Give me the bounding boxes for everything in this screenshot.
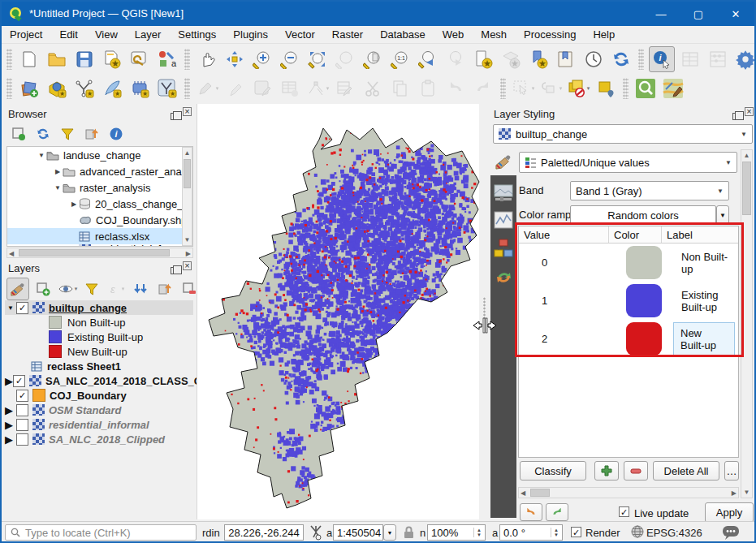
pan-to-selection-icon[interactable] — [222, 47, 247, 71]
layer-checkbox[interactable]: ✓ — [16, 390, 28, 402]
legend-item[interactable]: New Built-up — [5, 344, 193, 359]
show-bookmarks-icon[interactable] — [554, 47, 578, 71]
paste-features-icon[interactable] — [416, 76, 440, 101]
style-manager-icon[interactable]: a — [155, 47, 179, 71]
refresh-icon[interactable] — [609, 47, 633, 71]
layer-checkbox[interactable] — [16, 404, 28, 416]
statistical-summary-icon[interactable] — [706, 47, 730, 71]
identify-features-icon[interactable]: i — [649, 46, 675, 72]
show-layout-manager-icon[interactable] — [127, 47, 152, 71]
layer-item-osm-standard[interactable]: ▶ OSM Standard — [5, 403, 193, 417]
tab-histogram[interactable] — [494, 211, 513, 231]
deselect-features-icon[interactable]: ▾ — [538, 76, 563, 101]
toggle-editing-icon[interactable]: ▾ — [195, 76, 219, 101]
map-canvas[interactable] — [197, 104, 479, 519]
new-3d-map-view-icon[interactable]: ★ — [499, 47, 523, 71]
digitize-icon[interactable] — [222, 76, 247, 101]
filter-legend-icon[interactable] — [81, 278, 102, 300]
col-label[interactable]: Label — [662, 226, 738, 243]
locator-search-input[interactable]: Type to locate (Ctrl+K) — [5, 524, 197, 541]
layer-item-reclass-sheet1[interactable]: reclass Sheet1 — [5, 359, 193, 373]
copy-features-icon[interactable] — [388, 76, 413, 101]
open-attribute-table-icon[interactable] — [678, 47, 702, 71]
new-virtual-layer-icon[interactable]: ★ — [155, 76, 179, 101]
browser-float-icon[interactable] — [171, 113, 178, 120]
menu-edit[interactable]: Edit — [59, 28, 77, 41]
browser-item-coj-boundary[interactable]: COJ_Boundary.shp — [7, 212, 192, 228]
zoom-out-icon[interactable] — [278, 47, 302, 71]
zoom-to-layer-icon[interactable] — [361, 47, 385, 71]
minimize-button[interactable]: — — [642, 2, 680, 26]
layer-item-builtup-change[interactable]: ▼ ✓ builtup_change — [5, 300, 193, 315]
class-color-swatch[interactable] — [626, 246, 662, 279]
tab-symbology[interactable] — [490, 148, 516, 175]
class-row-2[interactable]: 2 New Built-up — [519, 320, 738, 358]
layer-labeling-icon[interactable] — [594, 76, 618, 101]
layer-item-sa-nlc-clipped[interactable]: ▶ SA_NLC_2018_Clipped — [5, 432, 193, 446]
class-row-0[interactable]: 0 Non Built-up — [519, 243, 738, 282]
scale-box[interactable]: 1:450504 — [333, 524, 383, 541]
zoom-to-selection-icon[interactable] — [333, 47, 357, 71]
zoom-native-icon[interactable]: 1:1 — [388, 47, 413, 71]
menu-raster[interactable]: Raster — [332, 28, 363, 41]
temporal-controller-icon[interactable] — [581, 47, 606, 71]
crs-globe-icon[interactable] — [631, 525, 644, 538]
new-print-layout-icon[interactable]: ★ — [100, 47, 124, 71]
redo-icon[interactable] — [471, 76, 495, 101]
add-selected-layers-icon[interactable] — [8, 123, 29, 144]
collapse-all-icon[interactable] — [81, 123, 102, 144]
toolbar-grip[interactable] — [6, 49, 12, 70]
classify-button[interactable]: Classify — [520, 461, 586, 481]
browser-item-residential-informal[interactable]: residential_infor — [7, 244, 192, 247]
menu-settings[interactable]: Settings — [178, 28, 216, 41]
tab-attributes[interactable] — [494, 239, 513, 261]
magnifier-box[interactable]: 100% ▲▼ — [427, 524, 486, 541]
search-plugin-icon[interactable] — [633, 76, 658, 101]
browser-item-advanced-raster[interactable]: ▶ advanced_raster_analy — [7, 163, 192, 179]
legend-item[interactable]: Non Built-up — [5, 315, 193, 330]
add-class-button[interactable] — [594, 461, 619, 481]
save-layer-edits-icon[interactable] — [250, 76, 274, 101]
filter-browser-icon[interactable] — [57, 123, 78, 144]
new-project-icon[interactable] — [17, 47, 41, 71]
style-undo-button[interactable] — [520, 503, 542, 521]
tab-transparency[interactable] — [494, 183, 513, 204]
open-project-icon[interactable] — [45, 47, 69, 71]
styling-float-icon[interactable] — [732, 113, 740, 120]
new-spatial-bookmark-icon[interactable]: ★ — [526, 47, 551, 71]
new-shapefile-layer-icon[interactable]: ★ — [72, 76, 97, 101]
quickosm-plugin-icon[interactable] — [661, 76, 685, 101]
open-layer-styling-icon[interactable] — [6, 278, 29, 300]
lock-icon[interactable] — [403, 525, 415, 539]
close-button[interactable]: ✕ — [717, 2, 754, 26]
selected-label-cell[interactable]: New Built-up — [673, 322, 735, 356]
menu-plugins[interactable]: Plugins — [233, 28, 268, 41]
new-temporary-scratch-layer-icon[interactable]: ★ — [100, 76, 124, 101]
toolbar-grip[interactable] — [638, 49, 644, 70]
menu-mesh[interactable]: Mesh — [481, 28, 507, 41]
layer-checkbox[interactable]: ✓ — [16, 302, 28, 314]
delete-all-button[interactable]: Delete All — [653, 461, 719, 481]
layers-close-icon[interactable]: × — [183, 261, 192, 270]
col-value[interactable]: Value — [519, 226, 609, 243]
maximize-button[interactable]: ▢ — [680, 2, 717, 26]
vertex-tool-icon[interactable]: ▾ — [305, 76, 330, 101]
layer-item-sa-nlc-class[interactable]: ▶ ✓ SA_NLC_2014_2018_CLASS_CH — [5, 373, 193, 388]
menu-project[interactable]: Project — [10, 28, 42, 41]
manage-map-themes-icon[interactable]: ▾ — [57, 278, 78, 300]
styling-layer-selector[interactable]: builtup_change ▼ — [493, 124, 753, 144]
layers-float-icon[interactable] — [171, 267, 178, 274]
style-redo-button[interactable] — [546, 503, 568, 521]
undo-icon[interactable] — [443, 76, 468, 101]
extents-toggle-icon[interactable] — [309, 524, 323, 541]
title-bar[interactable]: *Untitled Project — QGIS [New1] — ▢ ✕ — [2, 2, 754, 26]
color-ramp-dropdown[interactable]: ▼ — [716, 205, 729, 225]
tab-history[interactable] — [495, 268, 512, 288]
menu-processing[interactable]: Processing — [524, 28, 576, 41]
new-map-view-icon[interactable]: ★ — [471, 47, 495, 71]
select-features-icon[interactable]: ▾ — [511, 76, 535, 101]
apply-button[interactable]: Apply — [705, 502, 754, 523]
class-color-swatch[interactable] — [626, 284, 662, 317]
menu-database[interactable]: Database — [380, 28, 426, 41]
browser-item-raster-analysis[interactable]: ▼ raster_analysis — [7, 179, 192, 196]
